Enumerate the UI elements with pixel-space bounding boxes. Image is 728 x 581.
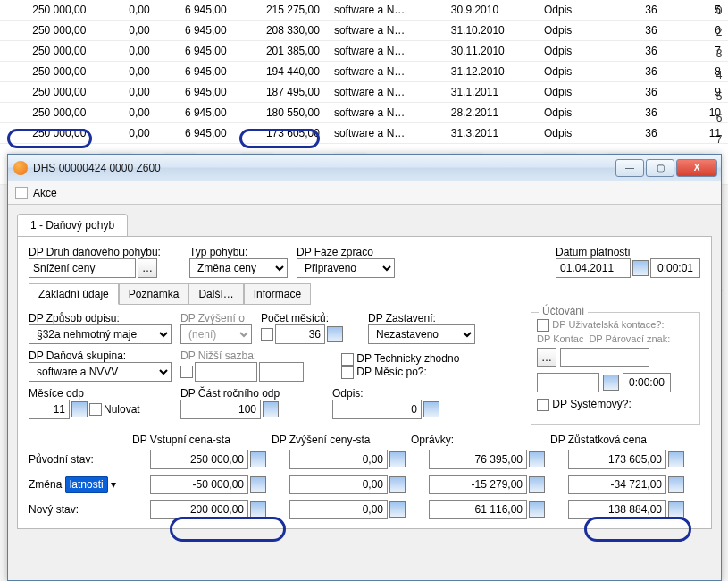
calc-icon[interactable] — [529, 476, 545, 493]
chk-mesicu[interactable] — [261, 328, 273, 341]
chk-sys[interactable] — [537, 399, 549, 411]
input-nizsi[interactable] — [195, 362, 257, 382]
summary-value[interactable] — [150, 500, 248, 519]
calc-icon[interactable] — [250, 501, 266, 518]
action-menu[interactable]: Akce — [33, 187, 57, 199]
label-nizsi: DP Nižší sazba: — [180, 349, 256, 362]
legend-accounting: Účtování — [539, 305, 588, 317]
calc-icon[interactable] — [263, 401, 279, 417]
input-time[interactable] — [650, 258, 700, 278]
app-icon — [13, 161, 28, 175]
label-sys: DP Systémový?: — [552, 398, 631, 410]
subtab-basic[interactable]: Základní údaje — [29, 283, 119, 305]
input-mesodp[interactable] — [29, 400, 70, 419]
label-mesicpo: DP Měsíc po?: — [356, 366, 426, 378]
summary-value[interactable] — [568, 450, 666, 469]
window-title: DHS 00000424 0000 Z600 — [33, 162, 615, 174]
calc-icon[interactable] — [389, 501, 406, 518]
browse-druh[interactable]: … — [138, 258, 157, 278]
table-row[interactable]: 250 000,000,006 945,00187 495,00software… — [0, 82, 728, 103]
subtab-more[interactable]: Další… — [188, 283, 243, 305]
summary-value[interactable] — [289, 500, 388, 519]
input-mesicu[interactable] — [275, 324, 325, 344]
select-dskup[interactable]: software a NVVV — [29, 362, 172, 382]
table-row[interactable]: 250 000,000,006 945,00180 550,00software… — [0, 103, 728, 123]
action-icon — [15, 187, 28, 199]
calc-icon[interactable] — [423, 401, 439, 417]
summary-grid: DP Vstupní cena-sta DP Zvýšení ceny-sta … — [29, 434, 700, 519]
change-select[interactable]: latnosti — [65, 476, 108, 493]
label-mesicu: Počet měsíců: — [261, 312, 329, 324]
tab-tax-movement[interactable]: 1 - Daňový pohyb — [17, 214, 128, 236]
select-zastaveni[interactable]: Nezastaveno — [368, 324, 475, 344]
select-zpusob[interactable]: §32a nehmotný maje — [29, 324, 172, 344]
acc-date[interactable] — [537, 373, 599, 392]
acc-time[interactable] — [623, 373, 671, 392]
select-typ[interactable]: Změna ceny — [189, 258, 288, 278]
input-nizsi2[interactable] — [259, 362, 304, 382]
acc-input[interactable] — [560, 348, 649, 367]
input-platnost[interactable] — [556, 258, 631, 278]
calc-icon[interactable] — [668, 501, 684, 518]
label-druh: DP Druh daňového pohybu: — [29, 246, 161, 258]
minimize-button[interactable]: — — [615, 159, 644, 177]
label-faze: DP Fáze zpraco — [297, 246, 373, 258]
summary-label: Nový stav: — [29, 503, 127, 516]
calc-icon[interactable] — [389, 451, 406, 467]
calc-icon[interactable] — [71, 401, 88, 417]
calc-icon[interactable] — [327, 326, 343, 342]
table-row[interactable]: 250 000,000,006 945,00208 330,00software… — [0, 21, 728, 41]
label-mesodp: Měsíce odp — [29, 387, 84, 400]
label-tech: DP Technicky zhodno — [356, 352, 459, 365]
chk-nizsi[interactable] — [180, 366, 193, 378]
table-row[interactable]: 250 000,000,006 945,00194 440,00software… — [0, 62, 728, 82]
table-row[interactable]: 250 000,000,006 945,00173 605,00software… — [0, 123, 728, 144]
chk-mesicpo[interactable] — [341, 366, 354, 379]
summary-value[interactable] — [150, 450, 248, 469]
label-zastaveni: DP Zastavení: — [368, 312, 436, 324]
fieldset-accounting: Účtování DP Uživatelská kontace?: DP Kon… — [531, 312, 700, 425]
subtabs: Základní údaje Poznámka Další… Informace — [29, 283, 700, 305]
acc-browse[interactable]: … — [537, 348, 556, 367]
summary-value[interactable] — [150, 475, 248, 494]
calendar-icon[interactable] — [603, 375, 619, 391]
summary-value[interactable] — [289, 475, 388, 494]
label-typ: Typ pohybu: — [189, 246, 247, 258]
input-castroc[interactable] — [180, 400, 261, 419]
select-zvysenio[interactable]: (není) — [180, 324, 252, 344]
summary-value[interactable] — [568, 475, 666, 494]
col-zvyseni: DP Zvýšení ceny-sta — [272, 434, 406, 446]
calc-icon[interactable] — [668, 451, 684, 467]
chk-tech[interactable] — [341, 353, 354, 366]
summary-value[interactable] — [429, 450, 527, 469]
subtab-note[interactable]: Poznámka — [119, 283, 189, 305]
label-platnost: Datum platnosti — [556, 246, 630, 258]
toolbar: Akce — [8, 181, 721, 205]
select-faze[interactable]: Připraveno — [297, 258, 395, 278]
calendar-icon[interactable] — [632, 260, 649, 276]
col-vstupni: DP Vstupní cena-sta — [132, 434, 266, 446]
input-druh[interactable] — [29, 258, 136, 278]
label-zvysenio: DP Zvýšení o — [180, 312, 245, 324]
calc-icon[interactable] — [250, 476, 266, 493]
chk-acc1[interactable] — [537, 319, 549, 332]
summary-value[interactable] — [429, 500, 527, 519]
chk-nulovat[interactable] — [89, 403, 102, 416]
calc-icon[interactable] — [529, 451, 545, 467]
summary-value[interactable] — [568, 500, 666, 519]
calc-icon[interactable] — [529, 501, 545, 518]
summary-value[interactable] — [289, 450, 388, 469]
label-castroc: DP Část ročního odp — [180, 387, 280, 400]
calc-icon[interactable] — [250, 451, 266, 467]
calc-icon[interactable] — [668, 476, 684, 493]
titlebar[interactable]: DHS 00000424 0000 Z600 — ▢ X — [8, 155, 721, 181]
maximize-button[interactable]: ▢ — [646, 159, 674, 177]
calc-icon[interactable] — [389, 476, 406, 493]
close-button[interactable]: X — [676, 159, 717, 177]
summary-label: Změna latnosti ▾ — [29, 478, 127, 491]
summary-value[interactable] — [429, 475, 527, 494]
table-row[interactable]: 250 000,000,006 945,00201 385,00software… — [0, 41, 728, 62]
subtab-info[interactable]: Informace — [244, 283, 311, 305]
input-odpis[interactable] — [332, 400, 422, 419]
table-row[interactable]: 250 000,000,006 945,00215 275,00software… — [0, 0, 728, 21]
